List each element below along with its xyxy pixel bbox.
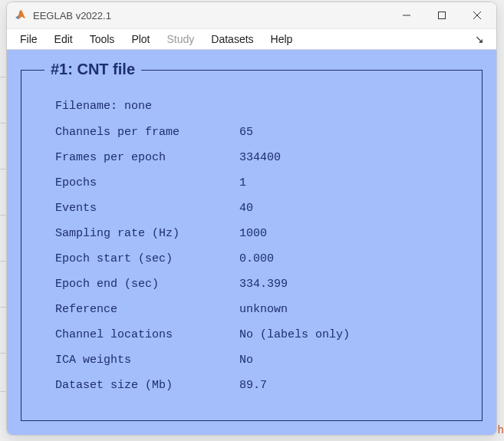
- menu-edit[interactable]: Edit: [46, 31, 81, 48]
- row-sampling-rate: Sampling rate (Hz) 1000: [55, 228, 456, 239]
- info-value: 65: [239, 127, 456, 138]
- info-value: 0.000: [239, 253, 456, 265]
- dataset-info-panel: #1: CNT file Filename: none Channels per…: [21, 70, 483, 421]
- filename-row: Filename: none: [55, 100, 456, 113]
- row-epoch-end: Epoch end (sec) 334.399: [55, 278, 456, 290]
- app-window: EEGLAB v2022.1 File Edit Tools Plot Stud…: [6, 2, 497, 436]
- menu-plot[interactable]: Plot: [123, 31, 158, 48]
- info-value: 1000: [239, 228, 456, 239]
- panel-title: #1: CNT file: [44, 61, 141, 78]
- row-reference: Reference unknown: [55, 304, 456, 315]
- window-title: EEGLAB v2022.1: [33, 10, 111, 21]
- info-label: Frames per epoch: [55, 152, 239, 163]
- info-value: 89.7: [239, 380, 456, 391]
- row-events: Events 40: [55, 202, 456, 214]
- info-value: No (labels only): [239, 329, 456, 341]
- menu-study: Study: [159, 31, 203, 48]
- maximize-button[interactable]: [424, 3, 460, 28]
- minimize-button[interactable]: [389, 3, 424, 28]
- menu-file[interactable]: File: [12, 31, 46, 48]
- info-label: Channels per frame: [55, 127, 239, 138]
- svg-rect-1: [439, 12, 446, 19]
- info-label: Sampling rate (Hz): [55, 228, 239, 239]
- info-label: Epoch end (sec): [55, 278, 239, 290]
- row-channel-locations: Channel locations No (labels only): [55, 329, 456, 341]
- info-value: 40: [239, 202, 456, 214]
- info-value: No: [239, 354, 456, 366]
- menubar: File Edit Tools Plot Study Datasets Help…: [7, 28, 496, 50]
- row-epochs: Epochs 1: [55, 177, 456, 189]
- row-frames-per-epoch: Frames per epoch 334400: [55, 152, 456, 163]
- menu-datasets[interactable]: Datasets: [203, 31, 262, 48]
- menu-overflow-icon[interactable]: ↘: [467, 31, 492, 48]
- row-ica-weights: ICA weights No: [55, 354, 456, 366]
- filename-label: Filename:: [55, 100, 117, 113]
- close-button[interactable]: [460, 3, 495, 28]
- info-value: unknown: [239, 304, 456, 315]
- info-label: Epoch start (sec): [55, 253, 239, 265]
- info-label: ICA weights: [55, 354, 239, 366]
- info-value: 334.399: [239, 278, 456, 290]
- row-channels-per-frame: Channels per frame 65: [55, 127, 456, 138]
- matlab-icon: [15, 9, 27, 21]
- info-label: Reference: [55, 304, 239, 315]
- filename-value: none: [124, 100, 152, 113]
- info-label: Dataset size (Mb): [55, 380, 239, 391]
- menu-help[interactable]: Help: [262, 31, 301, 48]
- content-area: #1: CNT file Filename: none Channels per…: [7, 50, 496, 435]
- background-text-fragment: h: [498, 424, 504, 436]
- info-label: Epochs: [55, 177, 239, 189]
- info-label: Channel locations: [55, 329, 239, 341]
- info-value: 334400: [239, 152, 456, 163]
- info-value: 1: [239, 177, 456, 189]
- menu-tools[interactable]: Tools: [81, 31, 124, 48]
- row-epoch-start: Epoch start (sec) 0.000: [55, 253, 456, 265]
- info-label: Events: [55, 202, 239, 214]
- row-dataset-size: Dataset size (Mb) 89.7: [55, 380, 456, 391]
- titlebar: EEGLAB v2022.1: [7, 2, 496, 28]
